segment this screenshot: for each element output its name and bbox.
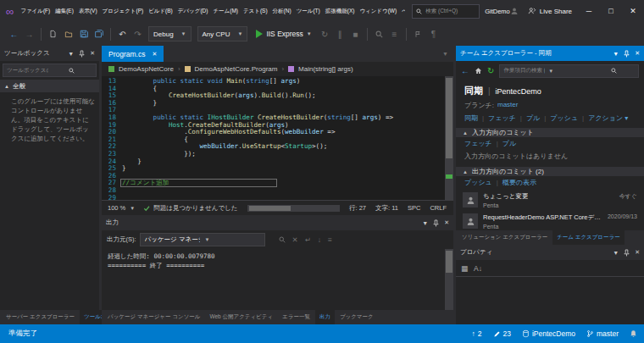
breadcrumb-project[interactable]: DemoAspNetCore (119, 65, 174, 73)
panel-tab[interactable]: エラー一覧 (278, 310, 314, 324)
find-in-files-icon[interactable] (372, 25, 386, 42)
solution-config-combo[interactable]: Debug ▼ (148, 26, 192, 41)
action-link[interactable]: フェッチ (478, 113, 516, 123)
menu-item[interactable]: ツール(T) (295, 0, 322, 22)
menu-item[interactable]: テスト(S) (242, 0, 269, 22)
toolbox-search-input[interactable]: ツールボックスの検索 (3, 64, 97, 77)
code-line[interactable]: 24 } (102, 158, 453, 166)
close-icon[interactable]: ✕ (635, 249, 640, 256)
pending-edits-indicator[interactable]: 23 (493, 329, 511, 338)
line-ending-indicator[interactable]: CRLF (430, 204, 447, 213)
branch-indicator[interactable]: master (586, 329, 619, 338)
menu-item[interactable]: 表示(V) (77, 0, 99, 22)
menu-item[interactable]: デバッグ(D) (176, 0, 210, 22)
menu-item[interactable]: チーム(M) (211, 0, 240, 22)
output-header[interactable]: 出力 ▼ ✕ (102, 215, 453, 230)
incoming-link[interactable]: フェッチ (464, 139, 492, 148)
outgoing-commits-indicator[interactable]: ↑ 2 (472, 329, 482, 338)
breadcrumb-member[interactable]: Main(string[] args) (298, 65, 353, 73)
home-icon[interactable] (475, 67, 482, 75)
word-wrap-icon[interactable]: ↵ (305, 235, 311, 244)
chevron-down-icon[interactable]: ▼ (613, 51, 619, 57)
back-icon[interactable]: ← (461, 66, 469, 75)
toolbox-header[interactable]: ツールボックス ▼ ✕ (0, 46, 99, 61)
undo-icon[interactable]: ↶ (115, 25, 130, 42)
menu-item[interactable]: プロジェクト(P) (101, 0, 146, 22)
incoming-commits-section[interactable]: ▲ 入力方向のコミット (456, 128, 644, 137)
panel-tab[interactable]: Web 公開アクティビティ (205, 310, 277, 324)
quick-search-input[interactable]: 検索 (Ctrl+Q) (412, 4, 480, 19)
navigate-forward-icon[interactable]: → (22, 25, 36, 42)
chevron-down-icon[interactable]: ▼ (613, 250, 619, 256)
save-all-icon[interactable] (92, 25, 106, 42)
break-all-icon[interactable]: ∥ (333, 25, 347, 42)
panel-tab[interactable]: 出力 (315, 310, 335, 324)
commit-item[interactable]: ちょこっと変更 今すぐ Penta (456, 189, 644, 210)
editor-vertical-scrollbar[interactable] (445, 76, 453, 200)
hot-reload-icon[interactable]: ↻ (318, 25, 332, 42)
panel-tab[interactable]: サーバー エクスプローラー (2, 310, 79, 324)
menu-item[interactable]: 分析(N) (271, 0, 293, 22)
pin-icon[interactable] (624, 249, 630, 257)
action-link[interactable]: プル (516, 113, 540, 123)
live-share-button[interactable]: Live Share (522, 7, 578, 15)
pin-icon[interactable] (624, 50, 630, 58)
navigate-back-icon[interactable]: ← (7, 25, 21, 42)
commit-item[interactable]: RequestHeaderDemo ASP.NET Coreデモプログラムの追加… (456, 210, 644, 230)
menu-item[interactable]: ファイル(F) (19, 0, 52, 22)
comment-icon[interactable]: ¶ (426, 25, 441, 42)
properties-header[interactable]: プロパティ ▼ ✕ (456, 245, 644, 260)
panel-tab[interactable]: チーム エクスプローラー (552, 230, 625, 245)
zoom-combo[interactable]: 100 % ▼ (105, 204, 137, 212)
code-line[interactable]: 23 }); (102, 151, 453, 158)
code-line[interactable]: 27//コメント追加 (102, 180, 453, 187)
close-icon[interactable]: ✕ (90, 50, 95, 57)
output-scrollbar[interactable] (445, 249, 453, 310)
sort-alphabetical-icon[interactable]: A↓ (474, 264, 482, 273)
redo-icon[interactable]: ↷ (130, 25, 145, 42)
outgoing-link[interactable]: 概要の表示 (492, 178, 536, 187)
pin-icon[interactable] (79, 50, 85, 58)
team-repo-name[interactable]: iPentecDemo (496, 87, 541, 96)
team-explorer-header[interactable]: チーム エクスプローラー - 同期 ▼ ✕ (456, 46, 644, 61)
action-link[interactable]: プッシュ (540, 113, 578, 123)
code-line[interactable]: 16 } (102, 100, 453, 108)
pin-icon[interactable] (433, 219, 439, 227)
panel-tab[interactable]: ソリューション エクスプローラー (458, 230, 552, 245)
refresh-icon[interactable]: ↻ (487, 66, 494, 75)
action-link[interactable]: 同期 (464, 113, 478, 123)
chevron-down-icon[interactable]: ▼ (68, 51, 74, 57)
feedback-person-icon[interactable] (510, 7, 519, 15)
maximize-button[interactable]: □ (600, 0, 622, 22)
close-icon[interactable]: ✕ (444, 219, 449, 226)
menu-item[interactable]: 編集(E) (53, 0, 75, 22)
menu-item[interactable]: ウィンドウ(W) (358, 0, 398, 22)
document-health-indicator[interactable]: 問題は見つかりませんでした (143, 204, 237, 213)
solution-explorer-icon[interactable]: ≡ (387, 25, 402, 42)
menu-item[interactable]: ビルド(B) (147, 0, 175, 22)
output-content[interactable]: 経過した時間: 00:00:00.0079780========== 終了 ==… (102, 249, 453, 310)
code-line[interactable]: 25} (102, 165, 453, 173)
scrollbar-thumb[interactable] (249, 206, 291, 211)
team-page-title[interactable]: 同期 (464, 85, 483, 97)
menu-item[interactable]: ヘルプ(H) (400, 0, 405, 22)
messages-list-icon[interactable]: ≡ (328, 235, 332, 244)
incoming-link[interactable]: プル (492, 139, 516, 148)
code-editor[interactable]: 13 public static void Main(string[] args… (102, 76, 453, 200)
minimize-button[interactable]: ─ (578, 0, 600, 22)
close-icon[interactable]: ✕ (152, 51, 157, 58)
find-message-icon[interactable] (279, 235, 286, 244)
chevron-down-icon[interactable]: ▼ (422, 220, 428, 226)
branch-link[interactable]: master (497, 101, 518, 110)
categorized-icon[interactable]: ▦ (461, 264, 468, 273)
outgoing-commits-section[interactable]: ▲ 出力方向のコミット (2) (456, 167, 644, 176)
open-file-icon[interactable] (61, 25, 75, 42)
editor-horizontal-scrollbar[interactable] (247, 205, 341, 212)
menu-item[interactable]: 拡張機能(X) (324, 0, 357, 22)
outgoing-link[interactable]: プッシュ (464, 178, 492, 187)
panel-tab[interactable]: ブックマーク (336, 310, 378, 324)
indentation-indicator[interactable]: SPC (408, 204, 420, 213)
toolbox-section-general[interactable]: ▲ 全般 (0, 80, 99, 92)
output-source-combo[interactable]: パッケージ マネージャー ▼ (140, 233, 265, 246)
scroll-lock-icon[interactable]: ↓ (318, 235, 321, 244)
